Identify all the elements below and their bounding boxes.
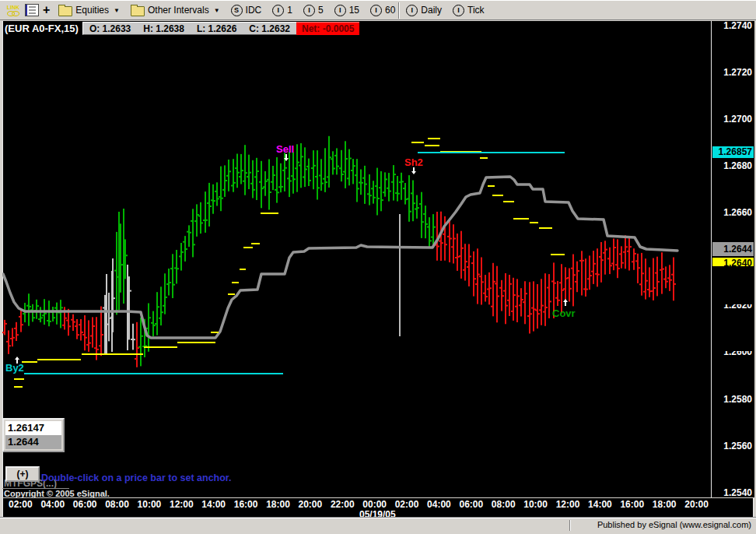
time-label: 02:00	[9, 499, 33, 510]
time-label: 22:00	[331, 499, 355, 510]
copyright-text: Copyright © 2005 eSignal.	[4, 489, 110, 498]
toolbar-button-interval-15[interactable]: I15	[330, 3, 364, 18]
symbol-title: (EUR A0-FX,15)	[3, 22, 82, 35]
ohlc-h: H: 1.2638	[143, 23, 184, 34]
net-label: Net:	[302, 23, 320, 34]
price-tick: 1.2560	[713, 440, 752, 452]
toolbar-button-label: 15	[349, 5, 359, 16]
time-label: 12:00	[556, 499, 580, 510]
time-label: 10:00	[523, 499, 548, 510]
time-axis[interactable]: 02:0004:0006:0008:0010:0012:0014:0016:00…	[9, 499, 709, 510]
time-label: 04:00	[40, 499, 65, 510]
time-label: 20:00	[684, 499, 709, 510]
toolbar-button-label: 5	[318, 5, 324, 16]
window-properties-icon[interactable]	[25, 4, 39, 16]
chart-pane: SellSh2By2Covr (EUR A0-FX,15) O: 1.2633H…	[2, 21, 754, 518]
time-label: 14:00	[201, 499, 226, 510]
toolbar-button-other-intervals[interactable]: Other Intervals▼	[126, 2, 225, 18]
axis-separator	[2, 497, 754, 498]
toolbar-button-equities[interactable]: Equities▼	[54, 2, 124, 18]
link-icon[interactable]: LINK	[4, 5, 23, 16]
time-label: 20:00	[299, 499, 323, 510]
esignal-window: LINK + Equities▼Other Intervals▼SIDCI1I5…	[0, 0, 756, 534]
time-label: 08:00	[105, 499, 129, 510]
chart-canvas[interactable]: SellSh2By2Covr	[2, 21, 710, 497]
chain-icon	[7, 11, 19, 16]
toolbar-button-label: Other Intervals	[148, 5, 209, 16]
price-bars	[2, 136, 676, 367]
chart-title-row: (EUR A0-FX,15) O: 1.2633H: 1.2638L: 1.26…	[3, 22, 359, 35]
time-label: 16:00	[234, 499, 258, 510]
toolbar-button-interval-5[interactable]: I5	[299, 3, 328, 18]
circle-i-icon: I	[303, 5, 315, 16]
price-tick: 1.2700	[713, 113, 752, 125]
time-label: 06:00	[459, 499, 483, 510]
price-tick: 1.2720	[713, 66, 752, 79]
circle-i-icon: I	[334, 5, 346, 16]
price-tick-clipped: 1.2600	[713, 351, 752, 358]
study-value-panel: 1.26147 1.2644	[2, 418, 65, 452]
time-label: 00:00	[362, 499, 387, 510]
folder-icon	[131, 6, 145, 16]
price-tick-clipped: 1.2620	[713, 304, 752, 311]
published-by-text: Published by eSignal (www.esignal.com)	[597, 520, 751, 529]
price-flag-cyan: 1.26857	[712, 146, 754, 158]
ohlc-l: L: 1.2626	[197, 23, 236, 34]
price-tick: 1.2740	[713, 19, 752, 32]
add-symbol-icon[interactable]: +	[41, 3, 51, 17]
ohlc-c: C: 1.2632	[249, 23, 290, 34]
net-value: -0.0005	[323, 23, 355, 34]
time-label: 08:00	[492, 499, 516, 510]
time-label: 10:00	[138, 499, 162, 510]
toolbar: LINK + Equities▼Other Intervals▼SIDCI1I5…	[0, 0, 756, 20]
time-label: 18:00	[653, 499, 677, 510]
time-label: 06:00	[73, 499, 97, 510]
toolbar-button-label: IDC	[246, 5, 262, 16]
status-separator	[569, 520, 571, 531]
toolbar-button-interval-tick[interactable]: ITick	[448, 3, 489, 18]
folder-icon	[58, 6, 72, 16]
chevron-down-icon: ▼	[214, 7, 220, 14]
toolbar-divider	[398, 2, 400, 19]
anchor-hint-text: Double-click on a price bar to set ancho…	[41, 473, 232, 483]
signal-sh2: Sh2	[404, 156, 423, 174]
toolbar-button-label: 1	[287, 5, 292, 16]
circle-s-icon: S	[231, 5, 243, 16]
toolbar-button-label: 60	[385, 5, 395, 16]
circle-i-icon: I	[453, 5, 464, 16]
time-label: 12:00	[170, 499, 194, 510]
arrow-up-icon	[565, 302, 566, 306]
link-icon-label: LINK	[7, 5, 19, 10]
signal-label: Covr	[552, 307, 576, 319]
ohlc-readout: O: 1.2633H: 1.2638L: 1.2626C: 1.2632	[82, 22, 296, 35]
circle-i-icon: I	[406, 5, 418, 16]
toolbar-button-idc[interactable]: SIDC	[226, 3, 267, 18]
toolbar-button-label: Daily	[421, 5, 442, 16]
expand-study-button[interactable]: (+)	[5, 466, 40, 482]
time-label: 14:00	[588, 499, 612, 510]
net-change-badge: Net: -0.0005	[296, 22, 359, 35]
toolbar-button-interval-60[interactable]: I60	[366, 3, 400, 18]
chevron-down-icon: ▼	[114, 7, 120, 14]
toolbar-button-interval-1[interactable]: I1	[268, 3, 297, 18]
ohlc-o: O: 1.2633	[89, 23, 131, 34]
signal-label: Sh2	[404, 156, 423, 168]
study-value-primary: 1.26147	[5, 421, 61, 435]
time-label: 18:00	[266, 499, 290, 510]
study-value-secondary: 1.2644	[5, 435, 61, 449]
signal-by2: By2	[5, 357, 24, 374]
signal-sell: Sell	[276, 143, 294, 161]
price-tick: 1.2680	[713, 160, 752, 172]
toolbar-button-label: Equities	[75, 5, 109, 16]
toolbar-button-interval-daily[interactable]: IDaily	[401, 3, 446, 18]
status-bar: Published by eSignal (www.esignal.com)	[0, 517, 756, 534]
price-flag-yellow: 1.2640	[712, 258, 754, 266]
toolbar-buttons: Equities▼Other Intervals▼SIDCI1I5I15I60I…	[54, 2, 488, 18]
signal-label: Sell	[276, 143, 294, 155]
signal-covr: Covr	[552, 299, 576, 319]
signal-label: By2	[5, 362, 24, 374]
circle-i-icon: I	[272, 5, 284, 16]
price-axis[interactable]: 1.27401.27201.27001.26801.26601.25801.25…	[711, 21, 754, 497]
circle-i-icon: I	[370, 5, 382, 16]
time-label: 16:00	[620, 499, 644, 510]
